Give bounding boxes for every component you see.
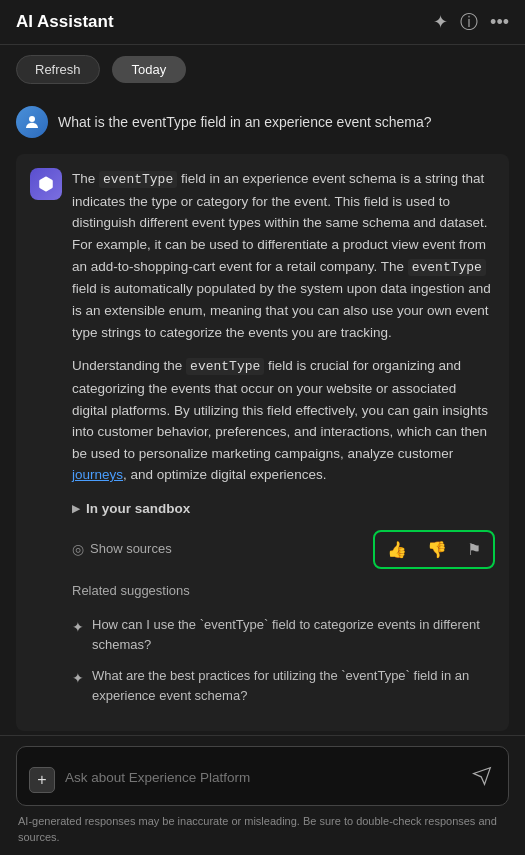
flag-icon: ⚑ <box>467 540 481 559</box>
app-title: AI Assistant <box>16 12 114 32</box>
ai-paragraph-2: Understanding the eventType field is cru… <box>72 355 495 486</box>
input-box: + Ask about Experience Platform <box>16 746 509 806</box>
header-icon-group: ✦ ⓘ ••• <box>433 10 509 34</box>
disclaimer-text: AI-generated responses may be inaccurate… <box>16 806 509 855</box>
input-area: + Ask about Experience Platform AI-gener… <box>0 735 525 855</box>
show-sources-btn[interactable]: ◎ Show sources <box>72 538 172 560</box>
star-icon-2: ✦ <box>72 667 84 689</box>
thumbs-down-icon: 👎 <box>427 540 447 559</box>
refresh-button[interactable]: Refresh <box>16 55 100 84</box>
thumbs-down-button[interactable]: 👎 <box>419 536 455 563</box>
related-title: Related suggestions <box>72 581 495 602</box>
input-left: + Ask about Experience Platform <box>29 767 468 793</box>
ai-avatar <box>30 168 62 200</box>
journeys-link[interactable]: journeys <box>72 467 123 482</box>
show-sources-label: Show sources <box>90 539 172 560</box>
ai-paragraph-2-start: Understanding the <box>72 358 182 373</box>
info-icon[interactable]: ⓘ <box>460 10 478 34</box>
suggestion-text-1: How can I use the `eventType` field to c… <box>92 615 495 654</box>
actions-row: ◎ Show sources 👍 👎 ⚑ <box>72 520 495 575</box>
app-header: AI Assistant ✦ ⓘ ••• <box>0 0 525 45</box>
user-message-text: What is the eventType field in an experi… <box>58 106 432 133</box>
sandbox-section: ▶ In your sandbox <box>72 498 495 520</box>
settings-icon[interactable]: ✦ <box>433 11 448 33</box>
star-icon-1: ✦ <box>72 616 84 638</box>
suggestion-item-1[interactable]: ✦ How can I use the `eventType` field to… <box>72 609 495 660</box>
ai-paragraph-1: The eventType field in an experience eve… <box>72 168 495 343</box>
toolbar: Refresh Today <box>0 45 525 94</box>
plus-icon: + <box>37 771 46 789</box>
ai-message-content: The eventType field in an experience eve… <box>72 168 495 717</box>
thumbs-up-button[interactable]: 👍 <box>379 536 415 563</box>
related-suggestions-section: Related suggestions ✦ How can I use the … <box>72 575 495 718</box>
suggestion-text-2: What are the best practices for utilizin… <box>92 666 495 705</box>
code-eventtype-2: eventType <box>408 259 486 276</box>
svg-point-0 <box>29 116 35 122</box>
user-message-row: What is the eventType field in an experi… <box>16 106 509 138</box>
chevron-right-icon: ▶ <box>72 501 80 517</box>
feedback-buttons-group: 👍 👎 ⚑ <box>373 530 495 569</box>
ai-paragraph-1-end: field is automatically populated by the … <box>72 281 491 339</box>
sandbox-toggle[interactable]: ▶ In your sandbox <box>72 498 495 520</box>
user-avatar <box>16 106 48 138</box>
send-button[interactable] <box>468 764 496 793</box>
eye-icon: ◎ <box>72 538 84 560</box>
suggestion-item-2[interactable]: ✦ What are the best practices for utiliz… <box>72 660 495 711</box>
add-button[interactable]: + <box>29 767 55 793</box>
thumbs-up-icon: 👍 <box>387 540 407 559</box>
more-icon[interactable]: ••• <box>490 12 509 33</box>
flag-button[interactable]: ⚑ <box>459 536 489 563</box>
ai-paragraph-2-end: , and optimize digital experiences. <box>123 467 326 482</box>
sandbox-label: In your sandbox <box>86 498 190 520</box>
today-button[interactable]: Today <box>112 56 187 83</box>
ai-message-row: The eventType field in an experience eve… <box>16 154 509 731</box>
input-placeholder[interactable]: Ask about Experience Platform <box>65 767 468 785</box>
code-eventtype-3: eventType <box>186 358 264 375</box>
ai-paragraph-2-mid: field is crucial for organizing and cate… <box>72 358 488 461</box>
send-icon <box>472 770 492 790</box>
code-eventtype-1: eventType <box>99 171 177 188</box>
